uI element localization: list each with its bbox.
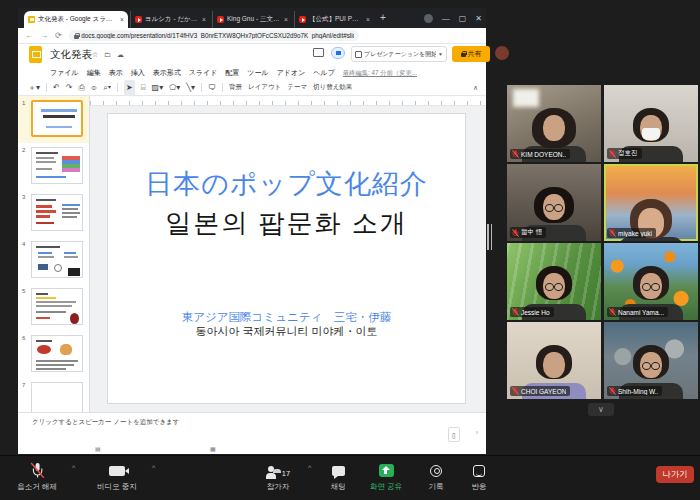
select-cursor-icon[interactable]: ➤ bbox=[124, 80, 135, 96]
undo-icon[interactable]: ↶ bbox=[53, 80, 60, 96]
browser-tab-youtube-3[interactable]: 【公式】PUI PUI モルカー 第1話... × bbox=[294, 11, 374, 28]
video-tile-miyake-yuki-active-speaker[interactable]: miyake yuki bbox=[604, 164, 698, 241]
slide-byline-korean[interactable]: 동아시아 국제커뮤니티 미야케・이토 bbox=[108, 324, 465, 339]
browser-tab-youtube-2[interactable]: King Gnu - 三文小説 - YouTube × bbox=[212, 11, 292, 28]
menu-addons[interactable]: アドオン bbox=[277, 68, 306, 78]
chrome-profile-icon[interactable] bbox=[424, 14, 433, 23]
page-url: docs.google.com/presentation/d/1T4fHV3_B… bbox=[81, 32, 353, 39]
menu-slide[interactable]: スライド bbox=[189, 68, 218, 78]
browser-tab-slides[interactable]: 文化発表 - Google スライド × bbox=[24, 11, 128, 28]
thumbnail-preview bbox=[31, 241, 83, 278]
menu-view[interactable]: 表示 bbox=[109, 68, 123, 78]
insert-comment-icon[interactable]: 🗨 bbox=[208, 80, 216, 96]
close-tab-icon[interactable]: × bbox=[284, 16, 288, 23]
speaker-notes-area[interactable]: クリックするとスピーカー ノートを追加できます ▯ › ▤ ▦ bbox=[18, 412, 486, 454]
leave-meeting-button[interactable]: 나가기 bbox=[656, 466, 694, 483]
back-icon[interactable]: ← bbox=[25, 31, 33, 40]
participants-options-chevron-icon[interactable]: ^ bbox=[308, 464, 311, 471]
present-display-icon[interactable] bbox=[313, 48, 324, 57]
reload-icon[interactable]: ⟳ bbox=[55, 31, 62, 40]
background-button[interactable]: 背景 bbox=[229, 83, 242, 92]
layout-button[interactable]: レイアウト bbox=[248, 83, 281, 92]
slide-byline-japanese[interactable]: 東アジア国際コミュニティ 三宅・伊藤 bbox=[108, 310, 465, 325]
slide-thumbnail-5[interactable]: 5 bbox=[18, 284, 89, 331]
participant-name-chip: Jessie Ho bbox=[510, 307, 554, 317]
video-tile-jung-hojin[interactable]: 정호진 bbox=[604, 85, 698, 162]
video-tile-kim-doyeon[interactable]: KIM DOYEON.. bbox=[507, 85, 601, 162]
muted-mic-icon bbox=[512, 308, 519, 316]
new-tab-button[interactable]: + bbox=[380, 11, 386, 25]
share-screen-button[interactable]: 화면 공유 bbox=[363, 462, 409, 492]
notes-tool-button[interactable]: ▯ bbox=[448, 427, 460, 442]
account-avatar[interactable] bbox=[495, 46, 509, 60]
slide-thumbnail-1[interactable]: 1 bbox=[18, 96, 89, 143]
menu-format[interactable]: 表示形式 bbox=[153, 68, 181, 78]
insert-image-icon[interactable]: ▨▾ bbox=[152, 80, 164, 96]
close-tab-icon[interactable]: × bbox=[366, 16, 370, 23]
close-window-icon[interactable]: ✕ bbox=[475, 14, 482, 23]
toolbar-divider bbox=[117, 83, 118, 92]
scrollbar-handle[interactable] bbox=[487, 224, 492, 250]
transition-button[interactable]: 切り替え効果 bbox=[313, 83, 352, 92]
redo-icon[interactable]: ↷ bbox=[66, 80, 73, 96]
document-title[interactable]: 文化発表 bbox=[50, 48, 92, 62]
unmute-button[interactable]: 음소거 해제 bbox=[8, 462, 66, 492]
browser-address-bar-row: ← → ⟳ docs.google.com/presentation/d/1T4… bbox=[18, 28, 486, 44]
audio-options-chevron-icon[interactable]: ^ bbox=[72, 464, 75, 471]
zoom-tool-icon[interactable]: ⌕▾ bbox=[103, 80, 111, 96]
share-button[interactable]: 共有 bbox=[452, 46, 490, 62]
insert-line-icon[interactable]: ╲▾ bbox=[186, 80, 195, 96]
insert-shape-icon[interactable]: ⬠▾ bbox=[169, 80, 180, 96]
video-grid-scroll-down-button[interactable]: ∨ bbox=[588, 403, 614, 416]
close-tab-icon[interactable]: × bbox=[202, 16, 206, 23]
menu-edit[interactable]: 編集 bbox=[87, 68, 101, 78]
star-document-icon[interactable]: ☆ bbox=[92, 51, 98, 59]
thumbnail-preview bbox=[31, 335, 83, 372]
current-slide[interactable]: 日本のポップ文化紹介 일본의 팝문화 소개 東アジア国際コミュニティ 三宅・伊藤… bbox=[107, 113, 466, 404]
new-slide-icon[interactable]: ＋▾ bbox=[28, 80, 40, 96]
collapse-toolbar-icon[interactable]: ∧ bbox=[473, 84, 478, 92]
slide-title-korean[interactable]: 일본의 팝문화 소개 bbox=[108, 206, 465, 241]
chevron-down-icon[interactable]: ▼ bbox=[438, 51, 443, 57]
chat-button[interactable]: 채팅 bbox=[322, 462, 354, 492]
reactions-icon bbox=[473, 465, 485, 477]
slide-thumbnail-3[interactable]: 3 bbox=[18, 190, 89, 237]
menu-file[interactable]: ファイル bbox=[50, 68, 79, 78]
slide-thumbnail-6[interactable]: 6 bbox=[18, 331, 89, 378]
menu-tools[interactable]: ツール bbox=[247, 68, 268, 78]
menu-arrange[interactable]: 配置 bbox=[225, 68, 239, 78]
video-tile-choi-gayeon[interactable]: CHOI GAYEON bbox=[507, 322, 601, 399]
last-edit-link[interactable]: 最終編集: 47 分前（変更... bbox=[343, 69, 417, 78]
maximize-icon[interactable]: ▢ bbox=[459, 14, 467, 23]
video-tile-nanami-yama[interactable]: Nanami Yama... bbox=[604, 243, 698, 320]
text-box-icon[interactable]: ⌸ bbox=[141, 80, 146, 96]
slide-title-japanese[interactable]: 日本のポップ文化紹介 bbox=[108, 166, 465, 202]
zoom-bottom-toolbar: 음소거 해제 ^ 비디오 중지 ^ 17 참가자 ^ 채팅 화면 공유 기록 bbox=[0, 455, 700, 500]
stop-video-button[interactable]: 비디오 중지 bbox=[88, 462, 146, 492]
slide-thumbnail-4[interactable]: 4 bbox=[18, 237, 89, 284]
video-options-chevron-icon[interactable]: ^ bbox=[152, 464, 155, 471]
video-tile-shih-ming[interactable]: Shih-Ming W.. bbox=[604, 322, 698, 399]
reactions-button[interactable]: 반응 bbox=[462, 462, 496, 492]
video-tile-hatanaka[interactable]: 畠中 悟 bbox=[507, 164, 601, 241]
participants-button[interactable]: 17 참가자 bbox=[252, 462, 304, 492]
slide-thumbnail-2[interactable]: 2 bbox=[18, 143, 89, 190]
slideshow-icon[interactable] bbox=[331, 47, 345, 59]
start-presentation-button[interactable]: プレゼンテーションを開始 ▼ bbox=[351, 46, 447, 62]
speaker-notes-placeholder[interactable]: クリックするとスピーカー ノートを追加できます bbox=[32, 418, 179, 427]
record-button[interactable]: 기록 bbox=[420, 462, 452, 492]
theme-button[interactable]: テーマ bbox=[287, 83, 307, 92]
print-icon[interactable]: ⎙ bbox=[78, 80, 84, 96]
browser-tab-youtube-1[interactable]: ヨルシカ - だから僕は音楽を辞めた... × bbox=[130, 11, 210, 28]
record-icon bbox=[430, 465, 442, 477]
move-folder-icon[interactable]: 🗀 bbox=[104, 51, 111, 58]
menu-help[interactable]: ヘルプ bbox=[313, 68, 335, 78]
address-bar[interactable]: docs.google.com/presentation/d/1T4fHV3_B… bbox=[69, 30, 359, 41]
video-tile-jessie-ho[interactable]: Jessie Ho bbox=[507, 243, 601, 320]
minimize-icon[interactable]: — bbox=[442, 14, 450, 23]
close-tab-icon[interactable]: × bbox=[120, 16, 124, 23]
chevron-right-icon[interactable]: › bbox=[476, 429, 478, 436]
paint-format-icon[interactable]: ⌯ bbox=[91, 80, 97, 96]
menu-insert[interactable]: 挿入 bbox=[131, 68, 145, 78]
forward-icon[interactable]: → bbox=[40, 31, 48, 40]
